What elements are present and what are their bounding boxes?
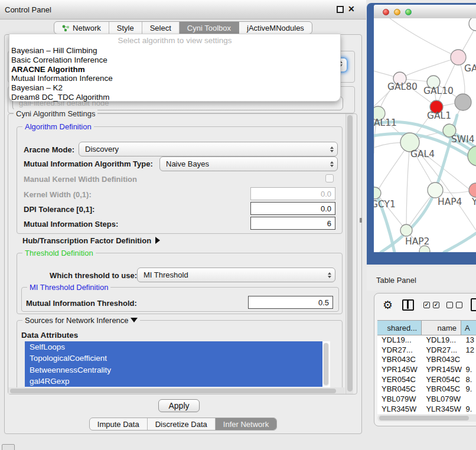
network-edge-highlighted[interactable] <box>374 174 395 252</box>
control-panel-title: Control Panel <box>5 5 51 14</box>
table-cell: YBR045C <box>422 384 461 394</box>
network-node[interactable] <box>455 94 471 110</box>
table-cell: YDL19... <box>377 335 422 345</box>
table-horizontal-scrollbar[interactable] <box>377 415 476 422</box>
attributes-scrollbar[interactable] <box>323 343 329 386</box>
network-node-y[interactable] <box>469 183 476 197</box>
node-label: GAL1 <box>427 110 451 121</box>
settings-vertical-scrollbar[interactable] <box>345 114 353 394</box>
network-node-hap2[interactable] <box>400 224 412 236</box>
network-node-hap4[interactable] <box>428 182 443 198</box>
network-window-titlebar[interactable] <box>374 5 476 18</box>
split-table-icon[interactable] <box>402 299 414 311</box>
close-icon[interactable]: ✕ <box>348 4 355 14</box>
bottom-tab-impute-data[interactable]: Impute Data <box>90 418 148 430</box>
algorithm-option[interactable]: Mutual Information Inference <box>9 74 340 83</box>
table-cell: 9. <box>462 384 476 394</box>
column-header-3[interactable]: A <box>461 321 476 335</box>
kernel-width-label: Kernel Width (0,1): <box>24 190 92 199</box>
algorithm-option[interactable]: Dream8 DC_TDC Algorithm <box>9 93 340 102</box>
attribute-list-item[interactable]: gal4RGexp <box>25 376 322 387</box>
new-table-icon[interactable] <box>471 298 476 311</box>
table-row[interactable]: YLR345WYLR345W9. <box>377 405 476 414</box>
float-window-icon[interactable] <box>337 6 344 13</box>
node-label: GAL4 <box>410 149 435 159</box>
table-cell: YDR27... <box>422 345 461 356</box>
sources-group-title[interactable]: Sources for Network Inference <box>22 316 140 325</box>
table-row[interactable]: YBR043CYBR043C <box>377 355 476 365</box>
tab-label: Impute Data <box>97 420 139 429</box>
control-panel-titlebar: Control Panel ✕ <box>0 0 366 19</box>
algorithm-option[interactable]: ARACNE Algorithm <box>9 65 340 74</box>
column-header-2[interactable]: name <box>422 321 461 335</box>
tab-network[interactable]: Network <box>54 22 109 34</box>
minimized-panel-icon[interactable] <box>2 444 15 450</box>
attribute-list-item[interactable]: TopologicalCoefficient <box>25 353 322 364</box>
apply-button[interactable]: Apply <box>158 399 200 412</box>
close-traffic-light-icon[interactable] <box>383 9 389 15</box>
table-cell: YPR145W <box>422 365 461 375</box>
mi-type-combobox[interactable]: Naive Bayes <box>159 156 338 171</box>
table-cell: YLR345W <box>377 405 422 414</box>
kernel-width-field[interactable]: 0.0 <box>250 187 335 200</box>
network-edge[interactable] <box>406 142 410 230</box>
table-cell: 8. <box>462 375 476 385</box>
table-panel-title: Table Panel <box>376 276 416 285</box>
minimize-traffic-light-icon[interactable] <box>394 9 400 15</box>
threshold-definition-title: Threshold Definition <box>22 249 96 257</box>
which-threshold-combobox[interactable]: MI Threshold <box>137 268 335 282</box>
table-cell: YBR045C <box>377 384 422 394</box>
deselect-all-columns-icon[interactable] <box>446 302 462 308</box>
splitter-handle[interactable] <box>360 218 362 223</box>
tab-label: Cyni Toolbox <box>187 24 231 32</box>
table-cell: YBR043C <box>377 355 422 365</box>
checked-box-icon: ✓ <box>433 302 439 308</box>
unchecked-box-icon <box>446 302 453 308</box>
table-row[interactable]: YDL19...YDL19...13 <box>377 335 476 345</box>
bottom-tab-discretize-data[interactable]: Discretize Data <box>148 418 216 430</box>
algorithm-option[interactable]: Bayesian – Hill Climbing <box>9 46 340 56</box>
node-label: GCY1 <box>374 199 396 210</box>
mi-threshold-field[interactable]: 0.5 <box>248 296 333 309</box>
tab-style[interactable]: Style <box>109 22 142 34</box>
manual-kernel-checkbox[interactable] <box>325 174 334 182</box>
zoom-traffic-light-icon[interactable] <box>405 9 412 15</box>
tab-label: jActiveMNodules <box>247 24 304 32</box>
tab-jactivemnodules[interactable]: jActiveMNodules <box>239 22 312 34</box>
tab-cyni-toolbox[interactable]: Cyni Toolbox <box>180 22 239 34</box>
collapsed-arrow-icon <box>155 237 160 244</box>
node-label: GAL10 <box>423 86 454 96</box>
combo-stepper-icon <box>324 272 335 278</box>
hub-definition-toggle[interactable]: Hub/Transcription Factor Definition <box>22 236 160 245</box>
table-row[interactable]: YDR27...YDR27...12 <box>377 345 476 356</box>
table-row[interactable]: YBR045CYBR045C9. <box>377 384 476 394</box>
tab-label: Style <box>117 24 134 32</box>
network-edge[interactable] <box>390 18 458 57</box>
table-row[interactable]: YPR145WYPR145W9. <box>377 365 476 375</box>
mi-steps-field[interactable]: 6 <box>250 217 335 230</box>
table-cell: 13 <box>462 335 476 345</box>
bottom-tab-infer-network[interactable]: Infer Network <box>216 418 276 430</box>
column-header-1[interactable]: shared... <box>377 321 422 335</box>
attribute-list-item[interactable]: BetweennessCentrality <box>25 364 322 376</box>
table-panel-titlebar: Table Panel <box>367 267 476 291</box>
data-attributes-list: SelfLoopsTopologicalCoefficientBetweenne… <box>25 341 330 387</box>
algorithm-option[interactable]: Bayesian – K2 <box>9 83 340 93</box>
network-node[interactable] <box>469 18 476 31</box>
settings-panel-title: Cyni Algorithm Settings <box>14 109 97 118</box>
gear-icon[interactable]: ⚙ <box>383 299 393 311</box>
algorithm-option[interactable]: Basic Correlation Inference <box>9 56 340 65</box>
data-attributes-label: Data Attributes <box>21 331 78 340</box>
network-edge-highlighted[interactable] <box>444 233 476 252</box>
aracne-mode-combobox[interactable]: Discovery <box>79 142 338 156</box>
tab-label: Select <box>150 24 171 32</box>
mi-steps-label: Mutual Information Steps: <box>24 220 118 229</box>
tab-select[interactable]: Select <box>142 22 180 34</box>
table-row[interactable]: YBL079WYBL079W <box>377 394 476 405</box>
select-all-columns-icon[interactable]: ✓ ✓ <box>423 302 439 308</box>
table-row[interactable]: YER054CYER054C8. <box>377 375 476 385</box>
settings-horizontal-scrollbar[interactable] <box>8 387 345 394</box>
dpi-tolerance-field[interactable]: 0.0 <box>250 202 335 215</box>
attribute-list-item[interactable]: SelfLoops <box>25 341 322 353</box>
network-canvas[interactable]: GALGAL80GAL10GAL1GAL11SWI4GAL4GCY1HAP4YH… <box>374 18 476 252</box>
